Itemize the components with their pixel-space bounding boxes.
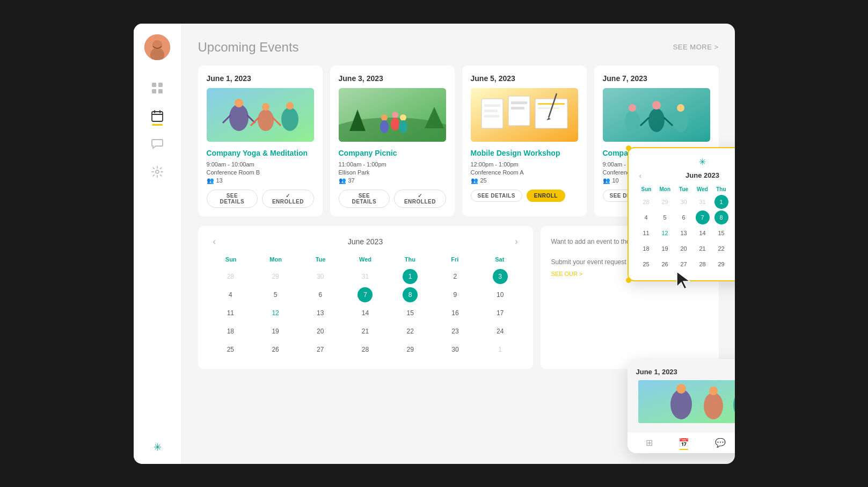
fc-day-cell[interactable]: 9 bbox=[733, 210, 735, 224]
fc-day-cell[interactable]: 20 bbox=[677, 242, 691, 256]
cal-day[interactable]: 11 bbox=[223, 306, 238, 321]
cal-day[interactable]: 1 bbox=[403, 269, 418, 284]
mini-nav-dashboard[interactable]: ⊞ bbox=[646, 438, 653, 448]
cal-day[interactable]: 8 bbox=[403, 287, 418, 302]
svg-point-59 bbox=[704, 392, 723, 419]
fc-day-cell[interactable]: 23 bbox=[733, 242, 735, 256]
fc-day-cell[interactable]: 26 bbox=[658, 257, 672, 271]
fc-day-cell[interactable]: 29 bbox=[658, 195, 672, 209]
cal-day[interactable]: 19 bbox=[268, 324, 283, 339]
fc-day-cell[interactable]: 1 bbox=[714, 195, 728, 209]
event-location-3: Conference Room A bbox=[471, 169, 578, 176]
fc-day-cell[interactable]: 30 bbox=[677, 195, 691, 209]
cal-day[interactable]: 30 bbox=[448, 342, 463, 357]
cal-day[interactable]: 17 bbox=[493, 306, 508, 321]
fc-day-cell[interactable]: 25 bbox=[639, 257, 653, 271]
cal-day[interactable]: 24 bbox=[493, 324, 508, 339]
fc-day-cell[interactable]: 28 bbox=[696, 257, 710, 271]
cal-day[interactable]: 21 bbox=[358, 324, 373, 339]
event-date-1: June 1, 2023 bbox=[207, 74, 314, 83]
fc-day-cell[interactable]: 2 bbox=[733, 195, 735, 209]
fc-day-cell[interactable]: 6 bbox=[677, 210, 691, 224]
cal-day[interactable]: 10 bbox=[493, 287, 508, 302]
floating-calendar-popup: ✳ ‹ June 2023 › Sun Mon Tue Wed Thu Fri … bbox=[628, 147, 735, 281]
cal-day[interactable]: 27 bbox=[313, 342, 328, 357]
mini-app-content: June 1, 2023 bbox=[628, 359, 735, 432]
fc-day-cell[interactable]: 29 bbox=[714, 257, 728, 271]
fc-day-cell[interactable]: 13 bbox=[677, 226, 691, 240]
see-details-btn-3[interactable]: SEE DETAILS bbox=[471, 190, 522, 202]
fc-day-thu: Thu bbox=[712, 186, 731, 192]
cal-day[interactable]: 18 bbox=[223, 324, 238, 339]
cal-day[interactable]: 30 bbox=[313, 269, 328, 284]
event-location-2: Ellison Park bbox=[339, 169, 446, 176]
fc-day-cell[interactable]: 7 bbox=[696, 210, 710, 224]
calendar-next-btn[interactable]: › bbox=[510, 237, 522, 246]
event-actions-2: SEE DETAILS ✓ ENROLLED bbox=[339, 190, 446, 208]
fc-day-cell[interactable]: 18 bbox=[639, 242, 653, 256]
event-time-3: 12:00pm - 1:00pm bbox=[471, 161, 578, 168]
fc-day-cell[interactable]: 14 bbox=[696, 226, 710, 240]
sidebar-item-settings[interactable] bbox=[151, 165, 164, 178]
enrolled-btn-2[interactable]: ✓ ENROLLED bbox=[394, 190, 446, 208]
sidebar-item-calendar[interactable] bbox=[151, 110, 164, 122]
content-header: Upcoming Events SEE MORE > bbox=[198, 40, 719, 55]
fc-day-cell[interactable]: 5 bbox=[658, 210, 672, 224]
cal-day[interactable]: 6 bbox=[313, 287, 328, 302]
cal-day[interactable]: 15 bbox=[403, 306, 418, 321]
event-image-3 bbox=[471, 88, 578, 142]
cal-day[interactable]: 25 bbox=[223, 342, 238, 357]
cal-day[interactable]: 12 bbox=[268, 306, 283, 321]
cal-day[interactable]: 28 bbox=[223, 269, 238, 284]
cal-day[interactable]: 26 bbox=[268, 342, 283, 357]
cal-day[interactable]: 14 bbox=[358, 306, 373, 321]
cal-day[interactable]: 16 bbox=[448, 306, 463, 321]
fc-day-cell[interactable]: 31 bbox=[696, 195, 710, 209]
cal-day[interactable]: 13 bbox=[313, 306, 328, 321]
mini-nav-messages[interactable]: 💬 bbox=[715, 438, 726, 448]
fc-day-cell[interactable]: 21 bbox=[696, 242, 710, 256]
cal-day[interactable]: 7 bbox=[358, 287, 373, 302]
event-actions-3: SEE DETAILS ENROLL bbox=[471, 190, 578, 202]
cal-day[interactable]: 2 bbox=[448, 269, 463, 284]
sidebar-item-dashboard[interactable] bbox=[151, 82, 164, 95]
fc-day-cell[interactable]: 11 bbox=[639, 226, 653, 240]
fc-day-cell[interactable]: 22 bbox=[714, 242, 728, 256]
event-location-1: Conference Room B bbox=[207, 169, 314, 176]
fc-prev-btn[interactable]: ‹ bbox=[637, 171, 644, 180]
mini-nav-calendar[interactable]: 📅 bbox=[679, 438, 689, 448]
cal-day[interactable]: 22 bbox=[403, 324, 418, 339]
fc-day-cell[interactable]: 19 bbox=[658, 242, 672, 256]
enroll-btn-3[interactable]: ENROLL bbox=[527, 190, 565, 202]
cal-day[interactable]: 20 bbox=[313, 324, 328, 339]
see-details-btn-1[interactable]: SEE DETAILS bbox=[207, 190, 258, 208]
fc-day-cell[interactable]: 12 bbox=[658, 226, 672, 240]
cal-day[interactable]: 1 bbox=[493, 342, 508, 357]
fc-day-cell[interactable]: 16 bbox=[733, 226, 735, 240]
sidebar-item-messages[interactable] bbox=[151, 137, 164, 150]
fc-day-cell[interactable]: 28 bbox=[639, 195, 653, 209]
cal-day[interactable]: 29 bbox=[403, 342, 418, 357]
corner-dot-tl bbox=[626, 146, 631, 151]
event-card-1: June 1, 2023 bbox=[198, 66, 323, 216]
svg-point-60 bbox=[709, 387, 718, 395]
cal-day[interactable]: 9 bbox=[448, 287, 463, 302]
fc-day-cell[interactable]: 30 bbox=[733, 257, 735, 271]
avatar[interactable] bbox=[144, 34, 170, 60]
cal-day[interactable]: 5 bbox=[268, 287, 283, 302]
cal-day[interactable]: 3 bbox=[493, 269, 508, 284]
fc-day-cell[interactable]: 8 bbox=[714, 210, 728, 224]
cal-day[interactable]: 23 bbox=[448, 324, 463, 339]
cal-day[interactable]: 29 bbox=[268, 269, 283, 284]
see-details-btn-2[interactable]: SEE DETAILS bbox=[339, 190, 390, 208]
cal-day[interactable]: 4 bbox=[223, 287, 238, 302]
calendar-prev-btn[interactable]: ‹ bbox=[209, 237, 220, 246]
cal-day[interactable]: 28 bbox=[358, 342, 373, 357]
enrolled-btn-1[interactable]: ✓ ENROLLED bbox=[262, 190, 313, 208]
event-date-3: June 5, 2023 bbox=[471, 74, 578, 83]
fc-day-cell[interactable]: 4 bbox=[639, 210, 653, 224]
fc-day-cell[interactable]: 27 bbox=[677, 257, 691, 271]
see-more-link[interactable]: SEE MORE > bbox=[673, 43, 719, 51]
fc-day-cell[interactable]: 15 bbox=[714, 226, 728, 240]
cal-day[interactable]: 31 bbox=[358, 269, 373, 284]
